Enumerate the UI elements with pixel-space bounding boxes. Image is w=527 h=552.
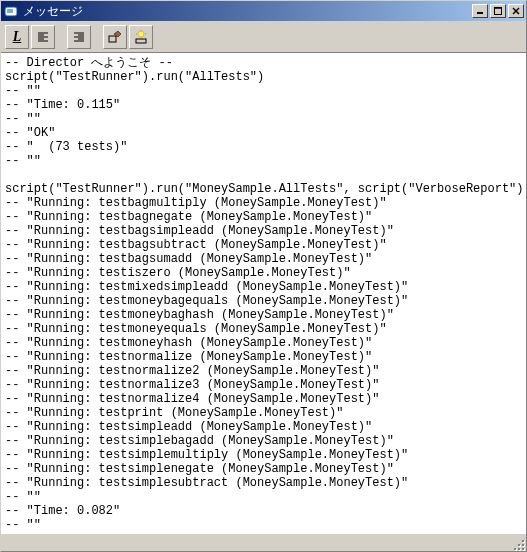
align-right-button[interactable]	[67, 25, 91, 49]
resize-grip[interactable]	[510, 536, 524, 550]
minimize-button[interactable]	[472, 4, 488, 18]
toolbar: L	[1, 21, 526, 53]
window-title: メッセージ	[23, 3, 470, 20]
close-button[interactable]	[508, 4, 524, 18]
message-output[interactable]: -- Director へようこそ -- script("TestRunner"…	[1, 53, 526, 533]
tool-button-2[interactable]	[129, 25, 153, 49]
svg-point-19	[138, 31, 144, 37]
titlebar: メッセージ	[1, 1, 526, 21]
align-left-button[interactable]	[31, 25, 55, 49]
statusbar	[1, 533, 526, 551]
insert-text-button[interactable]: L	[5, 25, 29, 49]
maximize-button[interactable]	[490, 4, 506, 18]
tool-button-1[interactable]	[103, 25, 127, 49]
svg-rect-18	[109, 36, 116, 42]
svg-rect-24	[136, 39, 146, 43]
app-icon	[3, 3, 19, 19]
